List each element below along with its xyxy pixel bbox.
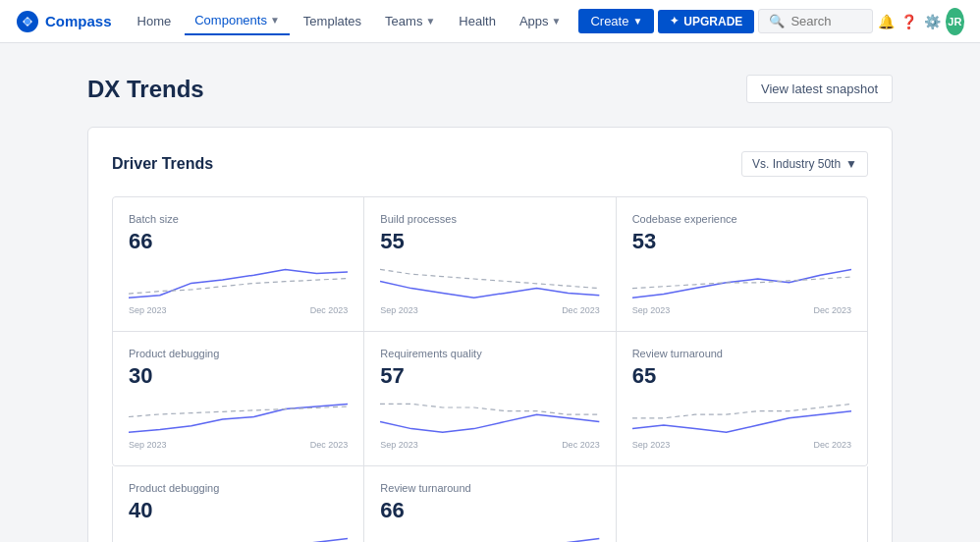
settings-button[interactable]: ⚙️ <box>923 8 942 35</box>
metric-cell: Build processes 55 Sep 2023 Dec 2023 <box>364 197 615 331</box>
chart-labels: Sep 2023 Dec 2023 <box>129 440 348 450</box>
chart-label-start: Sep 2023 <box>632 440 671 450</box>
chart-label-end: Dec 2023 <box>310 305 349 315</box>
gear-icon: ⚙️ <box>924 14 941 29</box>
metric-cell: Codebase experience 53 Sep 2023 Dec 2023 <box>617 197 867 331</box>
metric-cell: Requirements quality 57 Sep 2023 Dec 202… <box>364 332 615 465</box>
metric-chart <box>380 264 599 303</box>
navbar: Compass Home Components ▼ Templates Team… <box>0 0 980 43</box>
driver-title: Driver Trends <box>112 155 213 173</box>
metric-name: Review turnaround <box>632 348 851 359</box>
chart-label-end: Dec 2023 <box>813 305 851 315</box>
help-button[interactable]: ❓ <box>899 8 918 35</box>
metric-name: Product debugging <box>129 348 348 359</box>
metric-value: 57 <box>380 363 599 389</box>
nav-apps[interactable]: Apps ▼ <box>510 8 572 34</box>
chart-label-end: Dec 2023 <box>562 305 600 315</box>
chart-labels: Sep 2023 Dec 2023 <box>632 440 851 450</box>
help-icon: ❓ <box>900 14 917 29</box>
page-title: DX Trends <box>87 76 204 103</box>
search-box[interactable]: 🔍 <box>758 9 873 33</box>
logo-icon <box>16 10 39 33</box>
chart-label-start: Sep 2023 <box>632 305 671 315</box>
search-input[interactable] <box>790 14 862 28</box>
filter-chevron-icon: ▼ <box>845 157 857 171</box>
chart-label-start: Sep 2023 <box>129 440 167 450</box>
metric-name: Review turnaround <box>380 482 599 494</box>
notifications-button[interactable]: 🔔 <box>877 8 896 35</box>
bell-icon: 🔔 <box>878 14 895 29</box>
create-button[interactable]: Create ▼ <box>578 9 654 33</box>
metric-value: 55 <box>380 229 599 254</box>
metric-name: Requirements quality <box>380 348 599 359</box>
apps-chevron-icon: ▼ <box>552 16 562 27</box>
metric-chart <box>632 264 851 303</box>
metric-cell: Review turnaround 66 Sep 2023 Dec 2023 <box>364 466 615 542</box>
metric-value: 66 <box>380 498 599 523</box>
create-chevron-icon: ▼ <box>632 16 642 27</box>
components-chevron-icon: ▼ <box>270 15 280 26</box>
metric-value: 40 <box>129 498 348 523</box>
metric-chart <box>129 399 348 438</box>
metric-value: 30 <box>129 363 348 389</box>
metric-cell: Review turnaround 65 Sep 2023 Dec 2023 <box>617 332 867 465</box>
teams-chevron-icon: ▼ <box>425 16 435 27</box>
metric-chart <box>380 399 599 438</box>
chart-label-end: Dec 2023 <box>813 440 851 450</box>
chart-label-end: Dec 2023 <box>310 440 349 450</box>
metric-value: 66 <box>129 229 348 254</box>
metric-name: Build processes <box>380 213 599 225</box>
nav-components[interactable]: Components ▼ <box>185 7 290 35</box>
view-snapshot-button[interactable]: View latest snapshot <box>746 75 893 103</box>
chart-label-start: Sep 2023 <box>380 305 418 315</box>
metric-value: 53 <box>632 229 851 254</box>
driver-header: Driver Trends Vs. Industry 50th ▼ <box>112 151 868 177</box>
avatar[interactable]: JR <box>946 8 964 35</box>
chart-labels: Sep 2023 Dec 2023 <box>380 440 599 450</box>
metric-chart <box>632 399 851 438</box>
logo-text: Compass <box>45 13 112 29</box>
chart-labels: Sep 2023 Dec 2023 <box>380 305 599 315</box>
chart-label-start: Sep 2023 <box>380 440 418 450</box>
svg-point-1 <box>25 19 30 25</box>
metric-chart <box>380 533 599 542</box>
metric-name: Batch size <box>129 213 348 225</box>
nav-health[interactable]: Health <box>449 8 506 34</box>
logo[interactable]: Compass <box>16 10 112 33</box>
nav-teams[interactable]: Teams ▼ <box>375 8 445 34</box>
metric-chart <box>129 533 348 542</box>
upgrade-button[interactable]: ✦ UPGRADE <box>658 10 754 33</box>
chart-labels: Sep 2023 Dec 2023 <box>129 305 348 315</box>
metric-name: Codebase experience <box>632 213 851 225</box>
chart-labels: Sep 2023 Dec 2023 <box>632 305 851 315</box>
driver-trends-card: Driver Trends Vs. Industry 50th ▼ Batch … <box>87 127 893 542</box>
metric-cell: Batch size 66 Sep 2023 Dec 2023 <box>113 197 363 331</box>
page-header: DX Trends View latest snapshot <box>87 75 893 103</box>
metrics-grid-last: Product debugging 40 Sep 2023 Dec 2023 R… <box>112 466 868 542</box>
chart-label-start: Sep 2023 <box>129 305 167 315</box>
metrics-grid: Batch size 66 Sep 2023 Dec 2023 Build pr… <box>112 196 868 466</box>
filter-dropdown[interactable]: Vs. Industry 50th ▼ <box>741 151 868 177</box>
metric-cell: Product debugging 30 Sep 2023 Dec 2023 <box>113 332 363 465</box>
metric-name: Product debugging <box>129 482 348 494</box>
metric-chart <box>129 264 348 303</box>
nav-templates[interactable]: Templates <box>294 8 371 34</box>
page-content: DX Trends View latest snapshot Driver Tr… <box>48 43 932 542</box>
metric-cell: Product debugging 40 Sep 2023 Dec 2023 <box>113 466 363 542</box>
metric-value: 65 <box>632 363 851 389</box>
search-icon: 🔍 <box>769 14 785 28</box>
nav-home[interactable]: Home <box>128 8 182 34</box>
chart-label-end: Dec 2023 <box>562 440 600 450</box>
upgrade-star-icon: ✦ <box>670 15 679 27</box>
metric-cell-empty <box>617 466 867 542</box>
